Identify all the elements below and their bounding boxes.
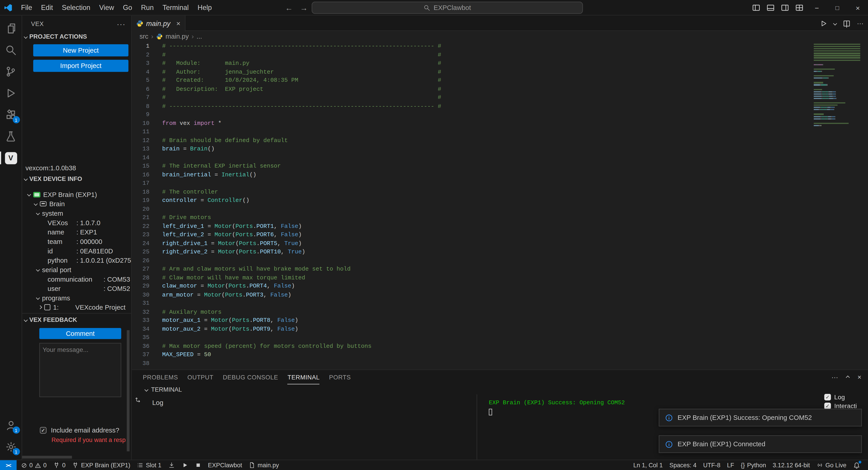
minimap[interactable] xyxy=(814,43,862,129)
panel-tab-output[interactable]: OUTPUT xyxy=(187,370,213,384)
activity-source-control[interactable] xyxy=(0,61,22,82)
minimap-line xyxy=(814,116,862,117)
section-project-actions[interactable]: PROJECT ACTIONS xyxy=(22,32,131,41)
status-problems[interactable]: 00 xyxy=(18,460,50,470)
menu-go[interactable]: Go xyxy=(119,0,136,15)
email-checkbox[interactable]: ✓ xyxy=(40,427,46,434)
menu-selection[interactable]: Selection xyxy=(57,0,95,15)
tree-vexos[interactable]: VEXos: 1.0.7.0 xyxy=(22,218,131,228)
menu-bar: FileEditSelectionViewGoRunTerminalHelp xyxy=(17,0,216,15)
minimize-button[interactable]: − xyxy=(807,0,827,15)
chevron-down-icon[interactable] xyxy=(833,21,837,25)
layout-panel-icon[interactable] xyxy=(763,0,778,15)
status-go-live[interactable]: Go Live xyxy=(813,460,850,470)
activity-accounts[interactable]: 1 xyxy=(0,414,22,436)
layout-sidebar-icon[interactable] xyxy=(749,0,763,15)
tree-python[interactable]: python: 1.0.0.21 (0xD275... xyxy=(22,256,131,265)
layout-grid-icon[interactable] xyxy=(792,0,807,15)
status-cursor-position[interactable]: Ln 1, Col 1 xyxy=(630,460,666,470)
menu-view[interactable]: View xyxy=(95,0,119,15)
activity-extensions[interactable]: 1 xyxy=(0,104,22,126)
tree-exp-brain-exp1[interactable]: EXP Brain (EXP1) xyxy=(22,190,131,199)
section-device-info[interactable]: VEX DEVICE INFO xyxy=(22,174,131,183)
feedback-message-input[interactable] xyxy=(39,343,121,397)
status-encoding[interactable]: UTF-8 xyxy=(700,460,724,470)
activity-run-debug[interactable] xyxy=(0,82,22,104)
status-vex-stop[interactable] xyxy=(191,460,205,470)
chevron-up-icon[interactable] xyxy=(846,375,850,379)
close-tab-icon[interactable]: × xyxy=(176,20,181,28)
back-icon[interactable]: ← xyxy=(285,3,293,12)
layout-sidebar-right-icon[interactable] xyxy=(778,0,792,15)
breadcrumb-item-main-py[interactable]: main.py xyxy=(165,33,189,40)
more-actions-icon[interactable]: ··· xyxy=(117,20,126,28)
run-outline-icon[interactable] xyxy=(819,19,828,27)
import-project-button[interactable]: Import Project xyxy=(33,60,128,72)
activity-vex[interactable]: V xyxy=(0,147,22,169)
notification-toast[interactable]: EXP Brain (EXP1) Connected xyxy=(659,435,862,453)
panel-tab-ports[interactable]: PORTS xyxy=(329,370,351,384)
checkbox-log[interactable]: ✓ xyxy=(825,394,831,400)
menu-help[interactable]: Help xyxy=(193,0,216,15)
panel-tab-debug-console[interactable]: DEBUG CONSOLE xyxy=(223,370,278,384)
split-editor-icon[interactable] xyxy=(842,19,851,27)
status-active-file[interactable]: main.py xyxy=(246,460,282,470)
remote-indicator[interactable]: >< xyxy=(0,460,17,470)
checkbox-interacti[interactable]: ✓ xyxy=(825,403,831,409)
status-indentation[interactable]: Spaces: 4 xyxy=(666,460,700,470)
tree-team[interactable]: team: 000000 xyxy=(22,237,131,246)
code-editor[interactable]: 1234567891011121314151617181920212223242… xyxy=(132,42,868,369)
maximize-button[interactable]: □ xyxy=(827,0,848,15)
status-python-version[interactable]: 3.12.12 64-bit xyxy=(770,460,813,470)
tab-main-py[interactable]: main.py × xyxy=(132,15,186,32)
section-feedback[interactable]: VEX FEEDBACK xyxy=(22,315,131,324)
forward-icon[interactable]: → xyxy=(300,3,308,12)
status-notifications-bell[interactable] xyxy=(850,460,864,470)
status-vex-run[interactable] xyxy=(178,460,191,470)
status-ports[interactable]: 0 xyxy=(50,460,69,470)
status-eol[interactable]: LF xyxy=(724,460,738,470)
menu-run[interactable]: Run xyxy=(136,0,158,15)
source-control-icon xyxy=(5,66,17,77)
activity-testing[interactable] xyxy=(0,126,22,147)
code-line: motor_aux_1 = Motor(Ports.PORT8, False) xyxy=(162,316,868,325)
tree-system[interactable]: system xyxy=(22,208,131,218)
status-language[interactable]: {}Python xyxy=(738,460,770,470)
breadcrumb-item-src[interactable]: src xyxy=(140,33,148,40)
command-center[interactable]: EXPClawbot xyxy=(312,2,583,14)
code-line: from vex import * xyxy=(162,119,868,128)
menu-file[interactable]: File xyxy=(17,0,37,15)
tree-1[interactable]: 1:VEXcode Project xyxy=(22,303,131,312)
fork-icon[interactable] xyxy=(134,397,142,404)
close-button[interactable]: × xyxy=(847,0,868,15)
activity-settings[interactable]: 1 xyxy=(0,436,22,458)
tree-id[interactable]: id: 0EA81E0D xyxy=(22,246,131,256)
panel-tab-terminal[interactable]: TERMINAL xyxy=(287,370,320,384)
sidebar-hscrollbar[interactable] xyxy=(22,456,72,459)
sidebar-scrollbar[interactable] xyxy=(127,330,129,451)
tree-programs[interactable]: programs xyxy=(22,293,131,303)
status-vex-slot[interactable]: Slot 1 xyxy=(133,460,164,470)
tree-user[interactable]: user: COM52 xyxy=(22,284,131,293)
tree-name[interactable]: name: EXP1 xyxy=(22,228,131,237)
more-actions-icon[interactable]: ··· xyxy=(857,20,864,27)
close-panel-icon[interactable]: × xyxy=(857,373,861,381)
more-actions-icon[interactable]: ··· xyxy=(831,373,838,381)
panel-tab-problems[interactable]: PROBLEMS xyxy=(143,370,178,384)
code-line: MAX_SPEED = 50 xyxy=(162,351,868,359)
breadcrumb-item-[interactable]: ... xyxy=(196,33,202,40)
status-vex-device[interactable]: EXP Brain (EXP1) xyxy=(69,460,134,470)
tree-serial-port[interactable]: serial port xyxy=(22,265,131,274)
terminal-section-header[interactable]: TERMINAL xyxy=(132,384,868,394)
comment-button[interactable]: Comment xyxy=(39,328,121,339)
tree-brain[interactable]: Brain xyxy=(22,199,131,209)
status-project-name[interactable]: EXPClawbot xyxy=(205,460,246,470)
new-project-button[interactable]: New Project xyxy=(33,44,128,57)
status-vex-download[interactable] xyxy=(165,460,178,470)
menu-edit[interactable]: Edit xyxy=(37,0,57,15)
menu-terminal[interactable]: Terminal xyxy=(158,0,193,15)
activity-search[interactable] xyxy=(0,39,22,61)
tree-communication[interactable]: communication: COM53 xyxy=(22,274,131,284)
notification-toast[interactable]: EXP Brain (EXP1) Success: Opening COM52 xyxy=(659,409,862,427)
activity-explorer[interactable] xyxy=(0,18,22,39)
